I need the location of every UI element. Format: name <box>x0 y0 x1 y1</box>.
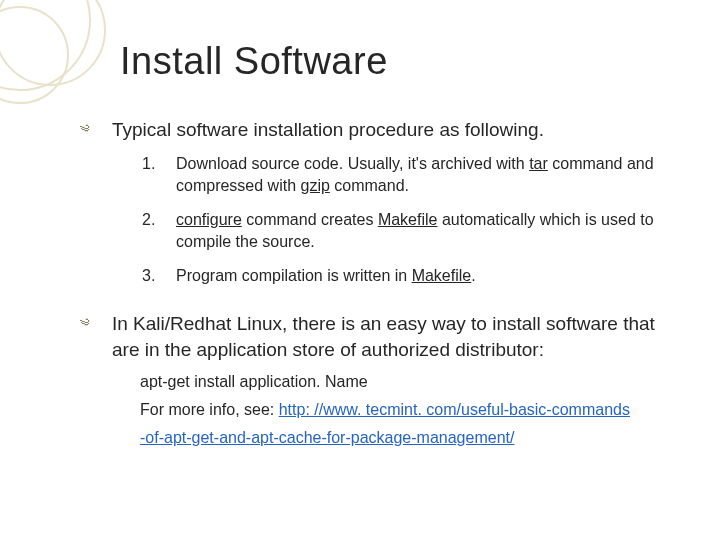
list-item: 2. configure command creates Makefile au… <box>142 209 670 253</box>
list-number: 1. <box>142 153 176 175</box>
info-prefix: For more info, see: <box>140 401 279 418</box>
list-text: configure command creates Makefile autom… <box>176 209 670 253</box>
slide-content: ༄ Typical software installation procedur… <box>80 117 670 449</box>
info-line-2: -of-apt-get-and-apt-cache-for-package-ma… <box>140 427 670 449</box>
list-number: 2. <box>142 209 176 231</box>
list-item: 1. Download source code. Usually, it's a… <box>142 153 670 197</box>
bullet-2-sub: apt-get install application. Name For mo… <box>140 371 670 449</box>
list-item: 3. Program compilation is written in Mak… <box>142 265 670 287</box>
command-line: apt-get install application. Name <box>140 371 670 393</box>
ordered-list: 1. Download source code. Usually, it's a… <box>142 153 670 287</box>
external-link[interactable]: http: //www. tecmint. com/useful-basic-c… <box>279 401 630 418</box>
bullet-2-text: In Kali/Redhat Linux, there is an easy w… <box>112 311 670 363</box>
list-number: 3. <box>142 265 176 287</box>
underline-term: configure <box>176 211 242 228</box>
swirl-icon: ༄ <box>80 117 112 143</box>
swirl-icon: ༄ <box>80 311 112 337</box>
underline-term: Makefile <box>412 267 472 284</box>
list-text: Download source code. Usually, it's arch… <box>176 153 670 197</box>
external-link[interactable]: -of-apt-get-and-apt-cache-for-package-ma… <box>140 429 514 446</box>
slide-body: Install Software ༄ Typical software inst… <box>0 0 720 540</box>
bullet-2: ༄ In Kali/Redhat Linux, there is an easy… <box>80 311 670 363</box>
list-text: Program compilation is written in Makefi… <box>176 265 476 287</box>
info-line: For more info, see: http: //www. tecmint… <box>140 399 670 421</box>
underline-term: gzip <box>301 177 330 194</box>
bullet-1-text: Typical software installation procedure … <box>112 117 544 143</box>
bullet-1: ༄ Typical software installation procedur… <box>80 117 670 143</box>
slide-title: Install Software <box>120 40 680 83</box>
underline-term: tar <box>529 155 548 172</box>
underline-term: Makefile <box>378 211 438 228</box>
